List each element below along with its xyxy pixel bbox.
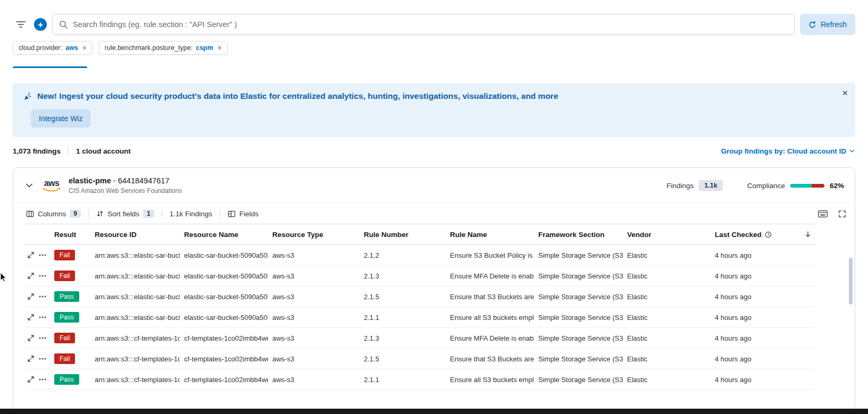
aws-smile-icon bbox=[43, 188, 61, 192]
col-header-resource-id[interactable]: Resource ID bbox=[90, 231, 180, 239]
cell-rule-name: Ensure MFA Delete is enabled bbox=[446, 334, 534, 342]
refresh-button[interactable]: Refresh bbox=[800, 14, 855, 35]
cell-result: Fail bbox=[50, 353, 90, 364]
add-filter-button[interactable]: + bbox=[34, 18, 47, 31]
filter-pill-cloud-provider[interactable]: cloud.provider: aws × bbox=[13, 41, 93, 55]
cell-rule-name: Ensure that S3 Buckets are c bbox=[446, 293, 534, 301]
search-box[interactable] bbox=[52, 14, 795, 35]
row-actions-icon[interactable] bbox=[39, 254, 46, 256]
integrate-wiz-button[interactable]: Integrate Wiz bbox=[31, 109, 90, 128]
compliance-bar bbox=[790, 184, 824, 188]
cell-vendor: Elastic bbox=[623, 376, 711, 384]
table-row[interactable]: Pass arn:aws:s3:::elastic-sar-buck elast… bbox=[26, 286, 815, 307]
cell-resource-name: cf-templates-1co02imbb4we bbox=[180, 376, 268, 384]
refresh-icon bbox=[808, 21, 816, 29]
table-body: Fail arn:aws:s3:::elastic-sar-buck elast… bbox=[26, 245, 815, 390]
col-header-resource-type[interactable]: Resource Type bbox=[268, 231, 360, 239]
cell-framework-section: Simple Storage Service (S3) bbox=[534, 334, 623, 342]
table-row[interactable]: Pass arn:aws:s3:::elastic-sar-buck elast… bbox=[26, 307, 815, 328]
expand-row-icon[interactable] bbox=[28, 356, 34, 362]
sort-direction-icon[interactable] bbox=[804, 231, 812, 238]
cell-resource-type: aws-s3 bbox=[268, 293, 360, 301]
table-row[interactable]: Pass arn:aws:s3:::cf-templates-1c cf-tem… bbox=[26, 369, 815, 390]
group-findings-by-dropdown[interactable]: Group findings by: Cloud account ID bbox=[721, 147, 856, 155]
fields-icon bbox=[228, 210, 236, 218]
fields-button[interactable]: Fields bbox=[228, 210, 258, 218]
row-actions-icon[interactable] bbox=[39, 337, 46, 339]
keyboard-shortcuts-icon[interactable] bbox=[818, 210, 828, 217]
aws-logo-text: aws bbox=[44, 179, 60, 188]
row-actions-icon[interactable] bbox=[39, 316, 46, 318]
cell-rule-name: Ensure all S3 buckets employ bbox=[446, 376, 534, 384]
cell-resource-type: aws-s3 bbox=[268, 376, 360, 384]
row-actions-icon[interactable] bbox=[39, 378, 46, 381]
search-input[interactable] bbox=[72, 20, 788, 29]
expand-row-icon[interactable] bbox=[28, 252, 34, 258]
chevron-down-icon bbox=[849, 148, 855, 154]
fullscreen-icon[interactable] bbox=[838, 210, 846, 218]
cell-vendor: Elastic bbox=[623, 314, 711, 322]
table-row[interactable]: Fail arn:aws:s3:::cf-templates-1c cf-tem… bbox=[26, 328, 815, 349]
banner-close-icon[interactable]: × bbox=[842, 88, 848, 98]
cell-last-checked: 4 hours ago bbox=[711, 293, 815, 301]
filter-pill-posture-type[interactable]: rule.benchmark.posture_type: cspm × bbox=[99, 41, 228, 55]
col-header-resource-name[interactable]: Resource Name bbox=[180, 231, 268, 239]
cell-resource-id: arn:aws:s3:::elastic-sar-buck bbox=[90, 251, 180, 259]
row-actions-icon[interactable] bbox=[39, 275, 46, 277]
col-header-framework-section[interactable]: Framework Section bbox=[534, 231, 623, 239]
divider bbox=[68, 147, 69, 155]
row-actions-icon[interactable] bbox=[39, 295, 46, 298]
cell-last-checked: 4 hours ago bbox=[711, 314, 815, 322]
cell-vendor: Elastic bbox=[623, 272, 711, 280]
cell-last-checked: 4 hours ago bbox=[711, 376, 815, 384]
table-row[interactable]: Fail arn:aws:s3:::cf-templates-1c cf-tem… bbox=[26, 349, 815, 369]
stats-row: 1,073 findings 1 cloud account Group fin… bbox=[13, 147, 855, 155]
expand-row-icon[interactable] bbox=[28, 293, 34, 300]
findings-total-label: 1.1k Findings bbox=[170, 210, 212, 218]
expand-row-icon[interactable] bbox=[28, 314, 34, 320]
sort-fields-button[interactable]: Sort fields 1 bbox=[96, 209, 154, 218]
sort-fields-label: Sort fields bbox=[107, 210, 139, 218]
col-header-vendor[interactable]: Vendor bbox=[623, 231, 711, 239]
expand-row-icon[interactable] bbox=[28, 335, 34, 341]
account-separator: - bbox=[111, 176, 118, 185]
remove-filter-icon[interactable]: × bbox=[218, 44, 222, 52]
cell-framework-section: Simple Storage Service (S3) bbox=[534, 251, 623, 259]
col-header-result[interactable]: Result bbox=[50, 231, 90, 239]
cell-resource-name: elastic-sar-bucket-5090a505 bbox=[180, 293, 268, 301]
expand-row-icon[interactable] bbox=[28, 273, 34, 279]
search-icon bbox=[59, 20, 68, 29]
banner-text: New! Ingest your cloud security product'… bbox=[37, 91, 558, 101]
columns-button[interactable]: Columns 9 bbox=[26, 209, 81, 218]
cell-last-checked: 4 hours ago bbox=[711, 334, 815, 342]
divider bbox=[88, 210, 89, 218]
filter-key: rule.benchmark.posture_type: bbox=[105, 44, 193, 52]
cell-rule-number: 2.1.3 bbox=[360, 334, 446, 342]
expand-row-icon[interactable] bbox=[28, 376, 34, 383]
row-actions-icon[interactable] bbox=[39, 358, 46, 360]
cell-vendor: Elastic bbox=[623, 293, 711, 301]
filter-icon[interactable] bbox=[13, 16, 29, 32]
remove-filter-icon[interactable]: × bbox=[82, 44, 87, 52]
cell-last-checked: 4 hours ago bbox=[711, 355, 815, 363]
col-header-last-checked[interactable]: Last Checked bbox=[711, 231, 815, 239]
cell-resource-type: aws-s3 bbox=[268, 334, 360, 342]
cell-last-checked: 4 hours ago bbox=[711, 272, 815, 280]
cell-resource-name: elastic-sar-bucket-5090a505 bbox=[180, 251, 268, 259]
announcement-banner: New! Ingest your cloud security product'… bbox=[13, 83, 855, 137]
cell-framework-section: Simple Storage Service (S3) bbox=[534, 272, 623, 280]
cell-resource-id: arn:aws:s3:::cf-templates-1c bbox=[90, 334, 180, 342]
table-row[interactable]: Fail arn:aws:s3:::elastic-sar-buck elast… bbox=[26, 245, 815, 266]
cell-vendor: Elastic bbox=[623, 251, 711, 259]
compliance-label: Compliance bbox=[747, 182, 785, 190]
cell-framework-section: Simple Storage Service (S3) bbox=[534, 314, 623, 322]
col-header-rule-name[interactable]: Rule Name bbox=[446, 231, 534, 239]
col-header-rule-number[interactable]: Rule Number bbox=[360, 231, 446, 239]
filter-pills: cloud.provider: aws × rule.benchmark.pos… bbox=[13, 41, 855, 55]
findings-table: Result Resource ID Resource Name Resourc… bbox=[26, 224, 815, 390]
collapse-chevron-icon[interactable] bbox=[24, 180, 35, 191]
vertical-scrollbar[interactable] bbox=[849, 258, 853, 305]
row-controls bbox=[26, 314, 50, 320]
table-row[interactable]: Fail arn:aws:s3:::elastic-sar-buck elast… bbox=[26, 266, 815, 286]
cell-resource-id: arn:aws:s3:::cf-templates-1c bbox=[90, 376, 180, 384]
